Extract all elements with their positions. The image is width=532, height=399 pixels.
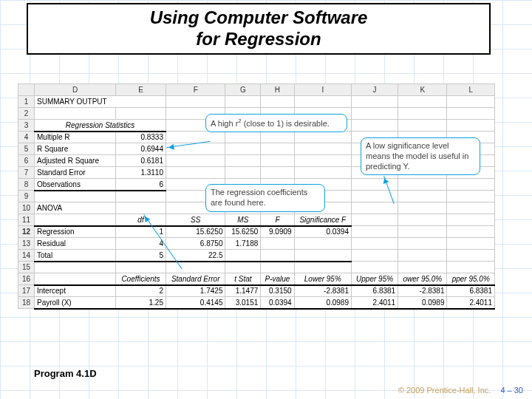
page-title: Using Computer Software for Regression [150,7,368,50]
std-error-label: Standard Error [35,167,116,179]
copyright-text: © 2009 Prentice-Hall, Inc. [398,386,491,395]
program-caption: Program 4.1D [34,368,97,379]
anova-heading: ANOVA [35,202,116,214]
residual-row-label: Residual [35,238,116,250]
multiple-r-label: Multiple R [35,132,116,143]
payroll-label: Payroll (X) [35,297,116,309]
observations-value: 6 [116,179,166,191]
adj-r-square-label: Adjusted R Square [35,155,116,167]
col-K: K [398,84,447,96]
col-I: I [294,84,351,96]
col-H: H [261,84,294,96]
row-13: 13 Residual 4 6.8750 1.7188 [18,238,495,250]
anova-ss: SS [166,214,225,226]
col-G: G [225,84,261,96]
anova-sigf: Significance F [294,214,351,226]
multiple-r-value: 0.8333 [116,132,166,143]
regression-row-label: Regression [35,226,116,238]
row-12: 12 Regression 1 15.6250 15.6250 9.0909 0… [18,226,495,238]
col-E: E [116,84,166,96]
row-11: 11 df SS MS F Significance F [18,214,495,226]
intercept-label: Intercept [35,285,116,297]
row-16: 16 Coefficients Standard Error t Stat P-… [18,273,495,285]
coef-hdr-pvalue: P-value [261,273,294,285]
row-18: 18 Payroll (X) 1.25 0.4145 3.0151 0.0394… [18,297,495,309]
coef-hdr-lower95: Lower 95% [294,273,351,285]
coef-hdr-upper95: Upper 95% [351,273,398,285]
col-D: D [35,84,116,96]
row-1: 1 SUMMARY OUTPUT [18,96,495,108]
row-17: 17 Intercept 2 1.7425 1.1477 0.3150 -2.8… [18,285,495,297]
col-header-row: D E F G H I J K L [18,84,495,96]
coef-hdr-stderr: Standard Error [166,273,225,285]
coef-hdr-coefficients: Coefficients [116,273,166,285]
r-square-value: 0.6944 [116,143,166,155]
coef-hdr-upper950: pper 95.0% [447,273,495,285]
observations-label: Observations [35,179,116,191]
std-error-value: 1.3110 [116,167,166,179]
corner-cell [18,84,35,96]
row-14: 14 Total 5 22.5 [18,250,495,262]
col-L: L [447,84,495,96]
callout-r2: A high r2 (close to 1) is desirable. [205,114,347,132]
anova-ms: MS [225,214,261,226]
row-15: 15 [18,262,495,273]
footer: © 2009 Prentice-Hall, Inc. 4 – 30 [398,386,523,395]
r-square-label: R Square [35,143,116,155]
callout-significance: A low significance level means the model… [361,137,480,175]
coef-hdr-lower950: ower 95.0% [398,273,447,285]
callout-coefficients: The regression coefficients are found he… [205,184,325,212]
regression-stats-heading: Regression Statistics [35,120,166,132]
adj-r-square-value: 0.6181 [116,155,166,167]
coef-hdr-tstat: t Stat [225,273,261,285]
anova-f: F [261,214,294,226]
title-box: Using Computer Software for Regression [27,3,491,55]
page-number: 4 – 30 [500,386,523,395]
total-row-label: Total [35,250,116,262]
col-F: F [166,84,225,96]
summary-output-label: SUMMARY OUTPUT [35,96,166,108]
col-J: J [351,84,398,96]
